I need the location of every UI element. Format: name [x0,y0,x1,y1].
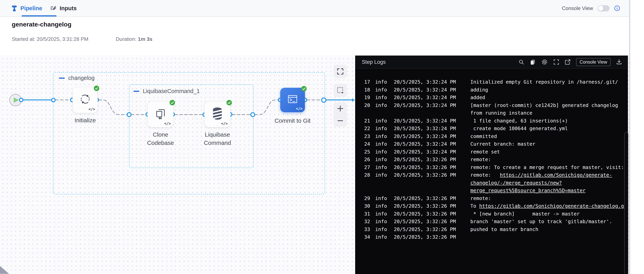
fullscreen-icon[interactable] [553,59,559,65]
log-level: info [375,94,387,102]
log-level: info [375,156,387,164]
sync-icon [79,93,92,106]
zoom-in-button[interactable] [334,102,347,114]
started-label: Started at: [12,36,35,42]
log-line-number: 28 [359,171,370,179]
open-in-new-icon[interactable] [565,59,570,65]
started-at: Started at: 20/5/2025, 3:31:28 PM [12,36,88,42]
canvas-expand-button[interactable] [334,65,347,78]
tab-pipeline-label: Pipeline [20,5,42,12]
search-icon[interactable] [518,59,524,65]
settings-icon[interactable] [541,59,548,65]
edge-arrowhead [352,98,355,102]
log-level: info [375,202,387,210]
duration: Duration: 1m 3s [116,36,152,42]
run-header: generate-changelog Started at: 20/5/2025… [0,17,629,56]
log-scrollbar[interactable] [624,132,628,274]
log-message: changelog/-/merge_requests/new? [470,179,562,187]
log-text: * [new branch] master -> master [470,211,580,217]
log-row: changelog/-/merge_requests/new? [355,179,628,187]
console-view-toggle[interactable] [598,5,610,12]
log-line-number: 22 [359,125,370,132]
tab-pipeline[interactable]: Pipeline [12,0,42,16]
log-link[interactable]: https://gitlab.com/Sonichigo/generate-ch… [479,203,628,209]
log-row: 29info20/5/2025, 3:32:26 PMremote: [355,194,628,202]
log-level: info [375,171,387,179]
log-row: 21info20/5/2025, 3:32:24 PM 1 file chang… [355,117,628,125]
log-timestamp: 20/5/2025, 3:32:26 PM [394,202,456,210]
log-message: [master (root-commit) ce1242b] generated… [470,102,618,109]
info-icon[interactable] [614,5,620,11]
log-message: remote: [470,156,491,164]
success-badge-icon [170,100,175,106]
log-message: 1 file changed, 63 insertions(+) [470,117,568,125]
log-text: [master (root-commit) ce1242b] generated… [470,102,618,108]
log-message: committed [470,132,497,140]
log-timestamp: 20/5/2025, 3:32:24 PM [394,140,456,148]
log-message: added [470,94,485,102]
log-timestamp: 20/5/2025, 3:32:26 PM [394,210,456,218]
step-logs-header: Step Logs Console View [355,56,628,69]
log-message: adding [470,86,488,94]
log-row: 17info20/5/2025, 3:32:24 PMInitialized e… [355,78,628,86]
log-text: create mode 100644 generated.yml [470,126,568,131]
log-link[interactable]: https://gitlab.com/Sonichigo/generate- [500,172,612,178]
terminal-icon [286,93,299,105]
log-row: 28info20/5/2025, 3:32:26 PMremote: https… [355,171,628,179]
log-line-number: 30 [359,202,370,210]
log-level: info [375,78,387,86]
step-node-initialize[interactable]: </> [73,87,98,113]
log-row: from running instance [355,109,628,117]
fullscreen-icon [337,68,344,75]
log-text: remote: [470,172,500,178]
zoom-out-button[interactable] [334,114,347,127]
log-row: 19info20/5/2025, 3:32:24 PMadded [355,94,628,102]
log-text: 1 file changed, 63 insertions(+) [470,118,568,124]
canvas-select-button[interactable] [334,84,347,97]
copy-icon[interactable] [530,59,536,65]
minus-icon [337,117,344,124]
log-timestamp: 20/5/2025, 3:32:24 PM [394,86,456,94]
log-text: committed [470,134,497,139]
success-badge-icon [94,86,99,91]
log-level: info [375,194,387,202]
step-node-liquibase-command[interactable]: </> [205,102,230,127]
step-node-commit-to-git[interactable]: </> [280,88,305,112]
tab-inputs[interactable]: Inputs [50,0,77,16]
download-icon[interactable] [616,59,622,65]
log-line-number: 21 [359,117,370,125]
log-text: Initialized empty Git repository in /har… [470,79,618,85]
log-link[interactable]: merge_request%5Bsource_branch%5D=master [470,188,586,193]
log-row: 26info20/5/2025, 3:32:26 PMremote: [355,156,628,164]
code-icon: </> [88,107,95,111]
canvas-zoom-control [334,102,347,127]
log-line-number: 26 [359,156,370,164]
log-link[interactable]: changelog/-/merge_requests/new? [470,180,562,186]
log-line-number: 19 [359,94,370,102]
log-line-number: 23 [359,132,370,140]
log-rows: 17info20/5/2025, 3:32:24 PMInitialized e… [355,68,628,274]
log-row: 23info20/5/2025, 3:32:24 PMcommitted [355,132,628,140]
console-view-control: Console View [562,0,620,16]
step-logs-panel: Step Logs Console View [355,56,628,274]
log-level: info [375,218,387,226]
log-row: 24info20/5/2025, 3:32:24 PMCurrent branc… [355,140,628,148]
console-view-button[interactable]: Console View [576,58,611,66]
log-text: added [470,94,485,100]
log-level: info [375,233,387,241]
log-text: Current branch: master [470,141,535,147]
log-message: remote set [470,148,500,156]
log-text: from running instance [470,110,532,116]
step-label-initialize: Initialize [66,116,105,124]
success-badge-icon [301,86,307,92]
log-message: To https://gitlab.com/Sonichigo/generate… [470,202,628,210]
log-message: merge_request%5Bsource_branch%5D=master [470,187,586,194]
log-level: info [375,210,387,218]
duration-value: 1m 3s [138,36,152,42]
log-text: remote: [470,157,491,162]
log-row: 32info20/5/2025, 3:32:26 PMbranch 'maste… [355,218,628,226]
log-line-number: 27 [359,164,370,171]
step-node-clone-codebase[interactable]: </> [148,102,173,127]
log-level: info [375,125,387,132]
log-message: remote: [470,194,491,202]
